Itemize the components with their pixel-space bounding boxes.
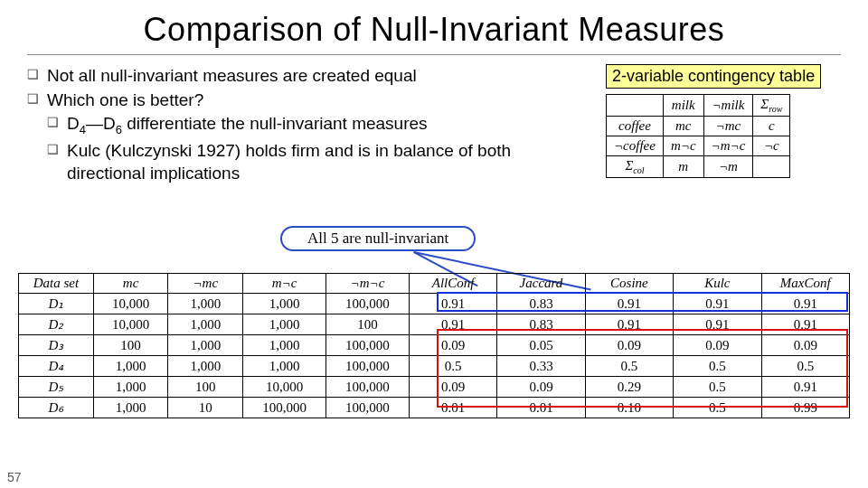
table-header-cell: Cosine — [585, 274, 673, 294]
table-cell: 100,000 — [243, 398, 326, 418]
ct-r2: ¬coffee — [607, 136, 664, 156]
table-cell: 10,000 — [93, 314, 168, 335]
table-cell: 0.83 — [497, 314, 585, 335]
bullet-2b: Kulc (Kulczynski 1927) holds firm and is… — [47, 139, 590, 185]
ct-r3: Σcol — [607, 156, 664, 178]
table-cell: 0.91 — [674, 294, 761, 314]
side-panel: 2-variable contingency table milk ¬milk … — [606, 64, 841, 186]
title-rule — [27, 54, 841, 55]
ct-tot — [753, 156, 790, 178]
table-header-cell: mc — [93, 274, 168, 294]
slide: Comparison of Null-Invariant Measures No… — [0, 0, 868, 488]
ct-h-nmilk: ¬milk — [703, 95, 753, 117]
table-cell: 100 — [326, 314, 410, 335]
table-cell: D₂ — [19, 314, 94, 335]
contingency-label: 2-variable contingency table — [606, 64, 821, 89]
table-cell: D₆ — [19, 398, 94, 418]
table-row: D₅1,00010010,000100,0000.090.090.290.50.… — [19, 377, 850, 398]
table-cell: 1,000 — [243, 335, 326, 356]
bullet-list: Not all null-invariant measures are crea… — [27, 64, 590, 186]
ct-mnc: m¬c — [663, 136, 703, 156]
bullet-1: Not all null-invariant measures are crea… — [27, 64, 590, 88]
table-cell: 1,000 — [168, 356, 243, 377]
table-cell: 0.5 — [674, 398, 761, 418]
table-cell: 10,000 — [93, 294, 168, 314]
table-row: D₃1001,0001,000100,0000.090.050.090.090.… — [19, 335, 850, 356]
table-cell: 1,000 — [168, 335, 243, 356]
table-cell: 1,000 — [243, 356, 326, 377]
table-cell: 0.91 — [585, 314, 673, 335]
table-row: D₆1,00010100,000100,0000.010.010.100.50.… — [19, 398, 850, 418]
table-header-cell: Kulc — [674, 274, 761, 294]
bullet-2-text: Which one is better? — [47, 90, 203, 109]
annotation-callout: All 5 are null-invariant — [280, 226, 476, 251]
table-cell: 0.83 — [497, 294, 585, 314]
data-table: Data setmc¬mcm¬c¬m¬cAllConfJaccardCosine… — [18, 273, 850, 418]
table-cell: 10,000 — [243, 377, 326, 398]
table-header-cell: Jaccard — [497, 274, 585, 294]
table-cell: 0.01 — [497, 398, 585, 418]
ct-h-srow: Σrow — [753, 95, 790, 117]
table-row: D₄1,0001,0001,000100,0000.50.330.50.50.5 — [19, 356, 850, 377]
table-row: D₂10,0001,0001,0001000.910.830.910.910.9… — [19, 314, 850, 335]
bullet-2: Which one is better? D4—D6 differentiate… — [27, 89, 590, 185]
ct-c: c — [753, 117, 790, 136]
table-cell: 100,000 — [326, 356, 410, 377]
ct-r1: coffee — [607, 117, 664, 136]
table-cell: 0.29 — [585, 377, 673, 398]
table-header-cell: m¬c — [243, 274, 326, 294]
table-cell: 1,000 — [243, 314, 326, 335]
table-cell: 0.09 — [497, 377, 585, 398]
table-row: D₁10,0001,0001,000100,0000.910.830.910.9… — [19, 294, 850, 314]
table-cell: 100 — [93, 335, 168, 356]
table-header-cell: MaxConf — [761, 274, 849, 294]
table-cell: D₃ — [19, 335, 94, 356]
contingency-table: milk ¬milk Σrow coffee mc ¬mc c ¬coffee … — [606, 94, 790, 178]
ct-h-milk: milk — [663, 95, 703, 117]
table-cell: 0.91 — [674, 314, 761, 335]
table-cell: 0.99 — [761, 398, 849, 418]
table-cell: 0.5 — [674, 377, 761, 398]
table-cell: 100,000 — [326, 398, 410, 418]
slide-title: Comparison of Null-Invariant Measures — [27, 11, 841, 49]
table-cell: 0.01 — [409, 398, 496, 418]
table-cell: 0.91 — [409, 314, 496, 335]
table-header-cell: ¬mc — [168, 274, 243, 294]
table-cell: 0.91 — [761, 314, 849, 335]
table-cell: 0.91 — [585, 294, 673, 314]
table-cell: 0.91 — [409, 294, 496, 314]
table-cell: 0.91 — [761, 377, 849, 398]
table-cell: 0.09 — [409, 377, 496, 398]
table-cell: 1,000 — [93, 398, 168, 418]
table-cell: 0.33 — [497, 356, 585, 377]
data-table-wrap: Data setmc¬mcm¬c¬m¬cAllConfJaccardCosine… — [18, 273, 850, 418]
table-cell: 1,000 — [168, 294, 243, 314]
table-cell: 100,000 — [326, 377, 410, 398]
ct-nc: ¬c — [753, 136, 790, 156]
page-number: 57 — [7, 470, 22, 484]
ct-nm: ¬m — [703, 156, 753, 178]
bullet-2a: D4—D6 differentiate the null-invariant m… — [47, 112, 590, 137]
table-cell: 0.09 — [674, 335, 761, 356]
table-cell: 100 — [168, 377, 243, 398]
table-cell: 0.05 — [497, 335, 585, 356]
table-cell: 1,000 — [93, 377, 168, 398]
content-row: Not all null-invariant measures are crea… — [27, 64, 841, 186]
table-cell: 0.5 — [674, 356, 761, 377]
table-header-cell: AllConf — [409, 274, 496, 294]
table-cell: D₄ — [19, 356, 94, 377]
table-cell: 0.10 — [585, 398, 673, 418]
table-cell: 10 — [168, 398, 243, 418]
ct-mc: mc — [663, 117, 703, 136]
table-header-row: Data setmc¬mcm¬c¬m¬cAllConfJaccardCosine… — [19, 274, 850, 294]
table-cell: 1,000 — [168, 314, 243, 335]
table-cell: 0.09 — [409, 335, 496, 356]
table-header-cell: ¬m¬c — [326, 274, 410, 294]
table-cell: 0.5 — [409, 356, 496, 377]
table-cell: 0.09 — [761, 335, 849, 356]
table-cell: 0.5 — [761, 356, 849, 377]
table-cell: 100,000 — [326, 335, 410, 356]
table-cell: 1,000 — [93, 356, 168, 377]
table-cell: 100,000 — [326, 294, 410, 314]
table-cell: D₁ — [19, 294, 94, 314]
